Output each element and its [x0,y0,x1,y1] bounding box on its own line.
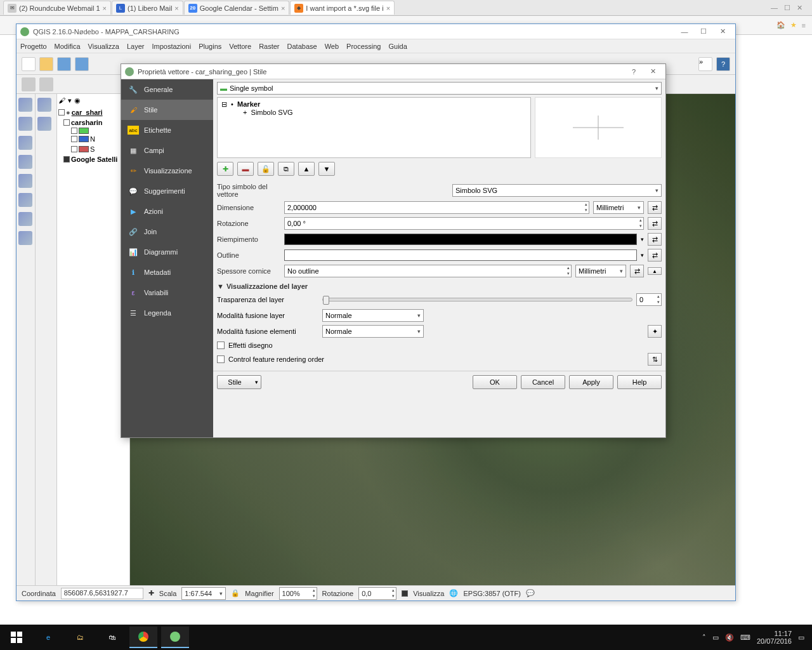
menu-plugins[interactable]: Plugins [199,43,221,50]
layer-row[interactable]: N [58,134,128,144]
menu-processing[interactable]: Processing [346,43,381,50]
render-checkbox[interactable] [402,590,408,597]
draw-effects-checkbox[interactable] [217,342,225,349]
pencil-icon[interactable] [22,77,36,91]
layer-add-icon[interactable] [37,98,51,112]
dialog-help-button[interactable]: ? [625,66,643,77]
filter-icon[interactable]: ▾ [68,96,72,105]
outline-color-button[interactable] [284,249,637,261]
menu-impostazioni[interactable]: Impostazioni [152,43,191,50]
add-vector-icon[interactable] [18,98,32,112]
menu-vettore[interactable]: Vettore [229,43,251,50]
qgis-titlebar[interactable]: QGIS 2.16.0-Nødebo - MAPPA_CARSHARING — … [16,24,735,39]
add-raster-icon[interactable] [18,117,32,131]
menu-web[interactable]: Web [325,43,339,50]
new-project-icon[interactable] [22,57,36,71]
network-icon[interactable]: ▭ [712,633,719,642]
add-gpx-icon[interactable] [18,212,32,226]
window-minimize[interactable]: — [676,26,693,37]
add-wfs-icon[interactable] [18,174,32,188]
style-icon[interactable]: 🖌 [58,96,65,105]
duplicate-symbol-layer-button[interactable]: ⧉ [278,162,294,176]
cancel-button[interactable]: Cancel [521,375,565,389]
close-icon[interactable]: × [386,4,390,12]
rotation-spin[interactable]: 0,0 [358,587,396,600]
coord-field[interactable]: 856087.6,5631927.7 [61,588,143,599]
layer-blend-combo[interactable]: Normale [322,309,424,322]
menu-layer[interactable]: Layer [127,43,145,50]
messages-icon[interactable]: 💬 [526,589,535,597]
menu-visualizza[interactable]: Visualizza [88,43,119,50]
chrome-icon[interactable] [129,627,157,648]
explorer-icon[interactable]: 🗂 [66,627,94,648]
menu-raster[interactable]: Raster [259,43,279,50]
add-wms-icon[interactable] [18,155,32,169]
renderer-type-combo[interactable]: ▬ Single symbol [217,82,662,95]
remove-symbol-layer-button[interactable]: ▬ [237,162,254,176]
sidebar-item-campi[interactable]: ▦Campi [121,140,213,161]
sidebar-item-join[interactable]: 🔗Join [121,222,213,242]
store-icon[interactable]: 🛍 [98,627,126,648]
crs-icon[interactable]: 🌐 [449,589,458,597]
close-icon[interactable]: × [174,4,178,12]
size-spin[interactable]: 2,000000 [284,201,589,214]
data-defined-button[interactable]: ⇄ [648,217,662,230]
menu-progetto[interactable]: Progetto [20,43,47,50]
dialog-close-button[interactable]: ✕ [644,66,662,77]
qgis-taskbar-icon[interactable] [161,627,189,648]
window-close[interactable]: ✕ [714,26,731,37]
keyboard-icon[interactable]: ⌨ [740,633,750,642]
layer-row[interactable]: S [58,144,128,154]
browser-tab[interactable]: 20Google Calendar - Settim× [184,1,290,15]
tray-up-icon[interactable]: ˄ [702,633,706,642]
bookmark-icon[interactable]: ★ [790,21,797,29]
browser-tab-active[interactable]: ◆I want import a *.svg file i× [290,1,395,15]
rendering-order-button[interactable]: ⇅ [648,353,662,366]
start-button[interactable] [3,627,30,648]
browser-tab[interactable]: ✉(2) Roundcube Webmail 1× [3,1,111,15]
symbol-type-combo[interactable]: Simbolo SVG [452,184,662,197]
sidebar-item-metadati[interactable]: ℹMetadati [121,262,213,282]
sidebar-item-stile[interactable]: 🖌Stile [121,100,213,120]
symbol-layer-tree[interactable]: ⊟ • Marker + Simbolo SVG [217,97,531,158]
clock[interactable]: 11:17 20/07/2016 [757,630,792,645]
sidebar-item-suggerimenti[interactable]: 💬Suggerimenti [121,181,213,201]
ok-button[interactable]: OK [473,375,517,389]
style-menu-button[interactable]: Stile [217,375,261,389]
eye-icon[interactable]: ◉ [74,96,81,105]
extents-icon[interactable]: ✚ [148,589,154,597]
sidebar-item-etichette[interactable]: abcEtichette [121,120,213,140]
layer-row[interactable]: carsharin [58,117,128,128]
sidebar-item-variabili[interactable]: εVariabili [121,282,213,303]
lock-symbol-layer-button[interactable]: 🔓 [258,162,274,176]
menu-database[interactable]: Database [287,43,317,50]
menu-guida[interactable]: Guida [388,43,407,50]
add-db-icon[interactable] [18,136,32,150]
size-unit-combo[interactable]: Millimetri [593,201,644,214]
home-icon[interactable]: 🏠 [776,21,785,29]
transparency-slider[interactable] [322,298,632,302]
window-maximize[interactable]: ☐ [784,4,790,12]
outline-width-spin[interactable]: No outline [284,265,572,277]
menu-modifica[interactable]: Modifica [55,43,81,50]
data-defined-button[interactable]: ⇄ [648,249,662,262]
dropdown-icon[interactable]: ▾ [641,236,644,242]
dropdown-icon[interactable]: ▾ [641,252,644,258]
add-virtual-icon[interactable] [18,231,32,245]
edit-icon[interactable] [39,77,53,91]
toolbar-overflow-icon[interactable]: » [698,57,712,71]
sidebar-item-generale[interactable]: 🔧Generale [121,79,213,100]
sidebar-item-visualizzazione[interactable]: ✏Visualizzazione [121,161,213,181]
save-as-icon[interactable] [75,57,89,71]
rotation-spin[interactable]: 0,00 ° [284,217,644,230]
help-button-icon[interactable]: ? [716,57,730,71]
sidebar-item-diagrammi[interactable]: 📊Diagrammi [121,242,213,262]
volume-icon[interactable]: 🔇 [725,633,734,642]
edge-icon[interactable]: e [34,627,62,648]
data-defined-button[interactable]: ⇄ [630,265,644,277]
help-button[interactable]: Help [617,375,662,389]
window-minimize[interactable]: — [771,4,778,11]
layer-group-icon[interactable] [37,117,51,131]
sidebar-item-legenda[interactable]: ☰Legenda [121,303,213,323]
layer-rendering-header[interactable]: ▼Visualizzazione del layer [217,282,662,290]
